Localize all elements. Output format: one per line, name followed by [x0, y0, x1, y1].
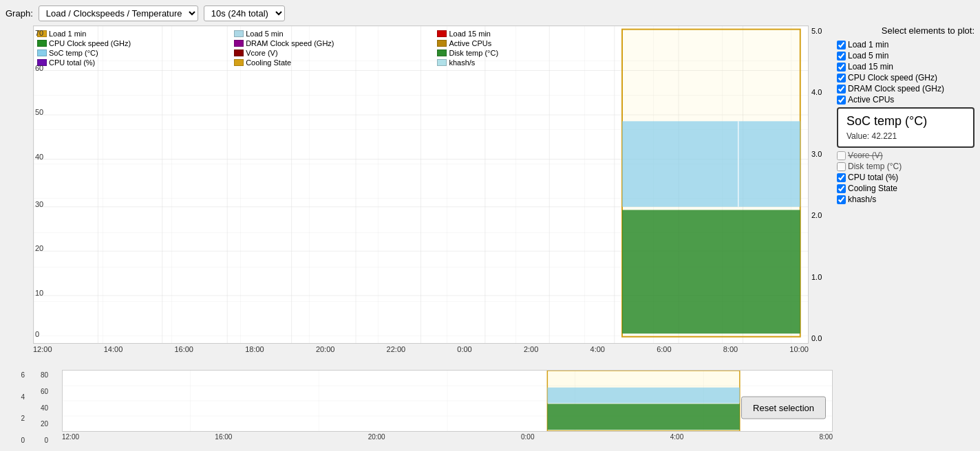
svg-rect-19: [622, 210, 800, 333]
checkbox-list-2: Vcore (V) Disk temp (°C) CPU total (%) C…: [837, 151, 974, 204]
tooltip-title: SoC temp (°C): [846, 114, 965, 129]
graph-label: Graph:: [6, 8, 33, 19]
page-container: Graph: Load / Clockspeeds / Temperature …: [0, 0, 980, 451]
checkbox-vcore[interactable]: Vcore (V): [837, 151, 974, 160]
checkbox-disk-temp[interactable]: Disk temp (°C): [837, 162, 974, 171]
tooltip-box: SoC temp (°C) Value: 42.221: [837, 107, 974, 148]
svg-text:20: 20: [35, 244, 43, 252]
chart-area: Load 1 min Load 5 min Load 15 min CPU Cl…: [6, 25, 833, 446]
mini-y-axis-right: 0 20 40 60 80: [26, 370, 48, 446]
svg-text:50: 50: [35, 108, 43, 116]
select-elements-title: Select elements to plot:: [837, 25, 974, 36]
interval-select[interactable]: 10s (24h total): [204, 6, 285, 21]
checkbox-load15min[interactable]: Load 15 min: [837, 62, 974, 72]
mini-chart-container: 12:00 16:00 20:00 0:00 4:00 8:00 Reset s…: [62, 370, 833, 446]
mini-chart-svg[interactable]: [62, 370, 833, 432]
svg-text:0: 0: [35, 330, 39, 338]
reset-selection-button[interactable]: Reset selection: [741, 397, 826, 419]
checkbox-active-cpus[interactable]: Active CPUs: [837, 95, 974, 104]
main-chart-with-axes: Load 1 min Load 5 min Load 15 min CPU Cl…: [6, 25, 833, 367]
graph-type-select[interactable]: Load / Clockspeeds / Temperature: [39, 6, 198, 21]
svg-text:10: 10: [35, 289, 43, 297]
y-axis-left: [6, 25, 33, 344]
checkbox-dram-clock[interactable]: DRAM Clock speed (GHz): [837, 84, 974, 94]
mini-left-axes: 0 2 4 6 0 20 40 60 80: [6, 370, 61, 446]
checkbox-cpu-total[interactable]: CPU total (%): [837, 173, 974, 182]
checkbox-list: Load 1 min Load 5 min Load 15 min CPU Cl…: [837, 40, 974, 104]
checkbox-cooling-state[interactable]: Cooling State: [837, 184, 974, 193]
y-axis-right: 0.0 1.0 2.0 3.0 4.0 5.0: [809, 25, 833, 344]
svg-text:70: 70: [35, 29, 43, 37]
main-area: Load 1 min Load 5 min Load 15 min CPU Cl…: [6, 25, 974, 446]
svg-text:40: 40: [35, 153, 43, 161]
checkbox-load1min[interactable]: Load 1 min: [837, 40, 974, 50]
x-axis-labels: 12:00 14:00 16:00 18:00 20:00 22:00 0:00…: [33, 345, 809, 353]
chart-wrapper: Load 1 min Load 5 min Load 15 min CPU Cl…: [33, 25, 809, 344]
mini-x-labels: 12:00 16:00 20:00 0:00 4:00 8:00: [62, 433, 833, 441]
checkbox-cpu-clock[interactable]: CPU Clock speed (GHz): [837, 73, 974, 82]
checkbox-load5min[interactable]: Load 5 min: [837, 51, 974, 60]
svg-rect-39: [547, 404, 740, 430]
main-chart-svg: Load 1 min Load 5 min Load 15 min CPU Cl…: [33, 25, 809, 344]
top-controls: Graph: Load / Clockspeeds / Temperature …: [6, 6, 974, 21]
tooltip-area: Load 1 min Load 5 min Load 15 min CPU Cl…: [837, 40, 974, 204]
tooltip-value: Value: 42.221: [846, 131, 965, 141]
mini-y-axis-left: 0 2 4 6: [6, 370, 25, 446]
svg-rect-20: [622, 121, 800, 206]
svg-text:30: 30: [35, 200, 43, 208]
right-panel: Select elements to plot: Load 1 min Load…: [837, 25, 974, 446]
svg-rect-40: [547, 388, 740, 404]
svg-text:60: 60: [35, 64, 43, 72]
checkbox-khash[interactable]: khash/s: [837, 195, 974, 204]
mini-chart-row: 0 2 4 6 0 20 40 60 80: [6, 370, 833, 446]
